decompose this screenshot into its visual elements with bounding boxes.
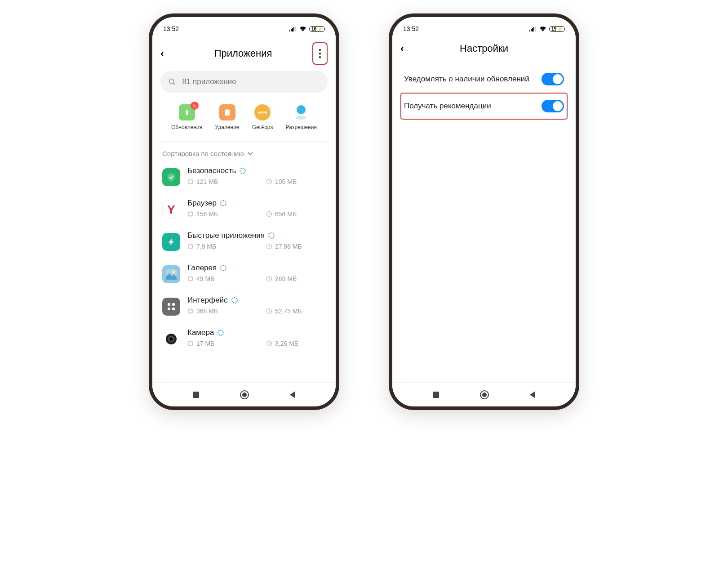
quick-label: Обновления [171, 124, 202, 130]
app-icon [162, 265, 180, 283]
svg-rect-12 [189, 180, 192, 183]
quick-uninstall[interactable]: Удаление [215, 104, 240, 130]
status-bar: 13:52 15⚡ [392, 20, 576, 38]
app-item[interactable]: Безопасность121 МБ105 МБ [162, 160, 326, 192]
storage-stat: 49 МБ [187, 275, 266, 282]
svg-rect-81 [529, 30, 530, 31]
svg-rect-8 [225, 110, 230, 111]
loading-icon [268, 232, 275, 239]
quick-actions: 5 Обновления Удаление APPS GetApps [160, 93, 328, 142]
svg-rect-78 [193, 392, 199, 398]
app-item[interactable]: Быстрые приложения7,9 МБ27,98 МБ [162, 225, 326, 257]
loading-icon [240, 168, 246, 174]
nav-bar [152, 382, 336, 406]
app-list: Безопасность121 МБ105 МБYБраузер156 МБ65… [152, 160, 336, 382]
svg-rect-2 [292, 28, 293, 31]
home-button[interactable] [479, 390, 489, 400]
loading-icon [220, 265, 226, 271]
quick-permissions[interactable]: Разрешения [286, 104, 317, 130]
volume-button [578, 107, 579, 152]
overflow-menu-button[interactable] [312, 42, 328, 65]
recents-button[interactable] [432, 391, 440, 399]
runtime-stat: 27,98 МБ [266, 243, 302, 250]
storage-stat: 17 МБ [187, 340, 266, 347]
back-button[interactable]: ‹ [400, 42, 414, 55]
svg-rect-82 [531, 29, 532, 31]
svg-point-43 [172, 271, 175, 273]
app-icon [162, 233, 180, 251]
svg-rect-56 [168, 308, 170, 310]
svg-point-10 [297, 105, 306, 114]
svg-point-80 [242, 393, 247, 397]
setting-notify-updates[interactable]: Уведомлять о наличии обновлений [400, 66, 568, 93]
svg-rect-4 [295, 27, 296, 31]
svg-rect-54 [168, 303, 170, 306]
permissions-icon [295, 105, 307, 120]
svg-rect-86 [433, 392, 439, 398]
page-title: Приложения [214, 48, 272, 59]
recents-button[interactable] [192, 391, 200, 399]
quick-label: GetApps [252, 124, 273, 130]
svg-rect-55 [172, 303, 175, 306]
storage-stat: 7,9 МБ [187, 243, 266, 250]
svg-rect-85 [535, 27, 536, 31]
getapps-icon: APPS [257, 111, 267, 115]
app-header: ‹ Приложения [152, 38, 336, 71]
search-input[interactable] [182, 77, 320, 86]
svg-rect-68 [189, 342, 192, 345]
svg-rect-3 [293, 27, 294, 31]
battery-indicator: 15⚡ [549, 26, 565, 32]
search-icon [169, 78, 176, 86]
app-icon [162, 168, 180, 186]
app-name: Быстрые приложения [187, 231, 265, 240]
app-name: Безопасность [187, 166, 236, 175]
sort-label: Сортировка по состоянию [162, 150, 244, 157]
signal-icon [529, 27, 537, 31]
app-item[interactable]: Интерфейс368 МБ52,75 МБ [162, 290, 326, 322]
nav-bar [392, 382, 576, 406]
runtime-stat: 105 МБ [266, 178, 297, 185]
svg-rect-22 [189, 212, 192, 216]
toggle-recommendations[interactable] [542, 100, 564, 112]
chevron-down-icon [248, 152, 253, 156]
setting-recommendations[interactable]: Получать рекомендации [400, 93, 568, 120]
app-name: Браузер [187, 199, 217, 208]
app-name: Камера [187, 328, 214, 337]
svg-point-88 [482, 393, 487, 397]
toggle-notify-updates[interactable] [542, 73, 564, 85]
wifi-icon [299, 26, 306, 31]
updates-badge: 5 [191, 102, 199, 110]
app-item[interactable]: Камера17 МБ3,26 МБ [162, 322, 326, 353]
svg-rect-0 [289, 30, 290, 31]
app-icon [166, 334, 177, 344]
back-nav-button[interactable] [529, 391, 536, 399]
status-bar: 13:52 16⚡ [152, 20, 336, 38]
quick-label: Разрешения [286, 124, 317, 130]
back-nav-button[interactable] [289, 391, 296, 399]
quick-label: Удаление [215, 124, 240, 130]
runtime-stat: 3,26 МБ [266, 340, 298, 347]
storage-stat: 156 МБ [187, 210, 266, 218]
updates-icon [183, 108, 191, 116]
quick-getapps[interactable]: APPS GetApps [252, 104, 273, 130]
app-icon [162, 298, 180, 316]
search-bar[interactable] [160, 71, 328, 93]
app-icon: Y [162, 201, 180, 219]
phone-right: 13:52 15⚡ ‹ Настройки Уведомлять о налич… [389, 13, 579, 410]
home-button[interactable] [240, 390, 249, 400]
app-item[interactable]: Галерея49 МБ269 МБ [162, 257, 326, 290]
status-time: 13:52 [403, 25, 419, 32]
back-button[interactable]: ‹ [160, 47, 174, 60]
svg-rect-58 [189, 309, 192, 313]
quick-updates[interactable]: 5 Обновления [171, 104, 202, 130]
svg-rect-7 [225, 111, 230, 116]
power-button [578, 165, 579, 192]
svg-rect-83 [532, 28, 533, 31]
app-item[interactable]: YБраузер156 МБ656 МБ [162, 192, 326, 225]
svg-rect-57 [172, 308, 175, 310]
battery-indicator: 16⚡ [309, 26, 325, 32]
svg-line-6 [173, 83, 175, 85]
sort-dropdown[interactable]: Сортировка по состоянию [152, 142, 336, 160]
app-name: Галерея [187, 263, 217, 272]
setting-label: Уведомлять о наличии обновлений [404, 74, 529, 84]
